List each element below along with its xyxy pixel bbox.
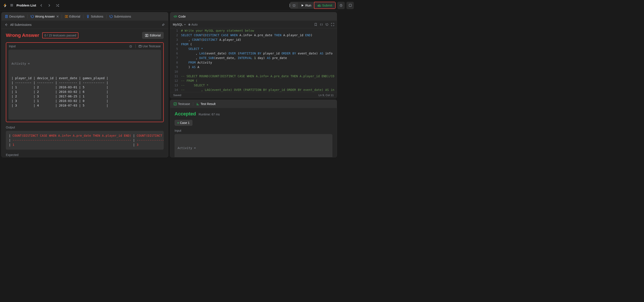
submit-label: Submit [322, 4, 332, 7]
tab-testcase[interactable]: Testcase [172, 101, 192, 107]
auto-label: Auto [192, 23, 198, 26]
list-icon[interactable] [10, 4, 14, 7]
input-label: Input [9, 45, 16, 48]
tab-solutions[interactable]: Solutions [84, 14, 106, 20]
tab-test-result[interactable]: Test Result [194, 101, 218, 107]
test-activity-label: Activity = [178, 146, 329, 150]
svg-point-3 [293, 5, 295, 7]
close-tab-icon[interactable] [56, 16, 59, 18]
shuffle-button[interactable] [54, 3, 60, 8]
tab-submissions[interactable]: Submissions [108, 14, 133, 20]
language-label: MySQL [173, 23, 183, 26]
case-status-dot [178, 122, 179, 123]
svg-rect-16 [139, 45, 142, 47]
tab-code[interactable]: Code [172, 14, 188, 20]
run-label: Run [305, 4, 312, 7]
use-testcase-label: Use Testcase [142, 45, 161, 48]
saved-indicator: Saved [173, 93, 181, 97]
tab-wrong-answer[interactable]: Wrong Answer [28, 14, 61, 20]
auto-indicator[interactable]: Auto [188, 23, 198, 26]
editorial-button-label: Editorial [150, 34, 161, 37]
tab-description-label: Description [9, 15, 24, 18]
expected-label: Expected [6, 153, 164, 157]
input-table: | player_id | device_id | event_date | g… [12, 76, 158, 108]
tab-editorial-label: Editorial [69, 15, 80, 18]
bookmark-icon[interactable] [314, 23, 317, 26]
input-activity-label: Activity = [12, 61, 158, 66]
testcases-passed: 0 / 15 testcases passed [42, 32, 78, 38]
tab-code-label: Code [178, 15, 186, 18]
timer-button[interactable] [337, 2, 338, 9]
all-submissions-label[interactable]: All Submissions [10, 23, 32, 27]
debug-button[interactable] [290, 3, 298, 9]
tab-testcase-label: Testcase [178, 102, 190, 106]
reset-icon[interactable] [326, 23, 328, 26]
language-select[interactable]: MySQL [173, 23, 186, 26]
tab-submissions-label: Submissions [114, 15, 131, 18]
tab-wrong-answer-label: Wrong Answer [35, 15, 55, 18]
link-icon[interactable] [162, 23, 165, 27]
tab-test-result-label: Test Result [200, 102, 216, 106]
tab-description[interactable]: Description [3, 14, 27, 20]
cursor-position: Ln 9, Col 11 [318, 93, 334, 97]
case-1-label: Case 1 [180, 121, 190, 124]
accepted-label: Accepted [174, 111, 196, 117]
use-testcase-button[interactable]: Use Testcase [138, 45, 161, 48]
test-input-box: Activity = | player_id | device_id | eve… [174, 134, 332, 157]
output-box: | COUNT(DISTINCT CASE WHEN A.info= A.pre… [6, 131, 164, 150]
test-input-label: Input [174, 129, 332, 132]
tab-editorial[interactable]: Editorial [63, 14, 82, 20]
problem-list-button[interactable]: Problem List [16, 4, 36, 7]
fullscreen-icon[interactable] [331, 23, 334, 26]
debug-testcase-icon[interactable] [129, 45, 132, 48]
format-icon[interactable] [320, 23, 323, 26]
prev-problem-button[interactable] [39, 3, 44, 8]
back-button[interactable] [4, 23, 8, 27]
tab-solutions-label: Solutions [91, 15, 103, 18]
next-problem-button[interactable] [46, 3, 52, 8]
case-1-chip[interactable]: Case 1 [174, 120, 192, 126]
result-title: Wrong Answer [6, 33, 39, 38]
submit-button[interactable]: Submit [314, 2, 336, 9]
code-editor[interactable]: 1# Write your MySQL query statement belo… [170, 28, 337, 92]
output-label: Output [6, 126, 164, 129]
runtime-label: Runtime: 67 ms [198, 113, 220, 116]
svg-point-15 [130, 46, 132, 47]
run-button[interactable]: Run [298, 2, 314, 9]
leetcode-logo[interactable] [2, 3, 7, 8]
editorial-button[interactable]: Editorial [142, 32, 164, 39]
